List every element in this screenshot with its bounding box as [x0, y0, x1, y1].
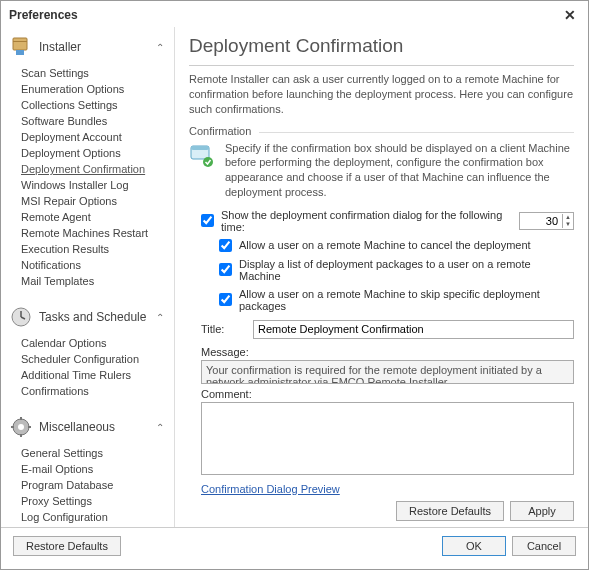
show-dialog-label: Show the deployment confirmation dialog … — [221, 209, 511, 233]
spin-up-icon[interactable]: ▲ — [563, 214, 573, 221]
chevron-up-icon: ⌃ — [156, 312, 164, 323]
sidebar-item[interactable]: Windows Installer Log — [21, 177, 174, 193]
comment-label: Comment: — [201, 388, 574, 400]
section-label: Installer — [39, 40, 156, 54]
sidebar-item[interactable]: Collections Settings — [21, 97, 174, 113]
title-label: Title: — [201, 323, 247, 335]
section-header[interactable]: Tasks and Schedule⌃ — [7, 301, 174, 333]
svg-rect-0 — [13, 38, 27, 50]
display-list-checkbox[interactable] — [219, 263, 232, 276]
group-desc: Specify if the confirmation box should b… — [225, 141, 574, 200]
title-input[interactable] — [253, 320, 574, 339]
window-title: Preferences — [9, 8, 78, 22]
sidebar: Installer⌃Scan SettingsEnumeration Optio… — [1, 27, 175, 527]
sidebar-item[interactable]: Deployment Confirmation — [21, 161, 174, 177]
restore-defaults-button[interactable]: Restore Defaults — [396, 501, 504, 521]
sidebar-item[interactable]: Program Database — [21, 477, 174, 493]
section-label: Tasks and Schedule — [39, 310, 156, 324]
sidebar-item[interactable]: Deployment Account — [21, 129, 174, 145]
comment-textarea[interactable] — [201, 402, 574, 475]
sidebar-item[interactable]: Notifications — [21, 257, 174, 273]
svg-point-7 — [18, 424, 24, 430]
allow-skip-checkbox[interactable] — [219, 293, 232, 306]
sidebar-item[interactable]: Enumeration Options — [21, 81, 174, 97]
close-icon[interactable]: ✕ — [560, 7, 580, 23]
section-header[interactable]: Installer⌃ — [7, 31, 174, 63]
chevron-up-icon: ⌃ — [156, 422, 164, 433]
svg-point-14 — [203, 157, 213, 167]
sidebar-item[interactable]: Software Bundles — [21, 113, 174, 129]
sidebar-item[interactable]: Mail Templates — [21, 273, 174, 289]
section-icon — [9, 35, 33, 59]
section-header[interactable]: Miscellaneous⌃ — [7, 411, 174, 443]
sidebar-item[interactable]: System Tray — [21, 525, 174, 527]
content-pane: Deployment Confirmation Remote Installer… — [175, 27, 588, 527]
sidebar-item[interactable]: Execution Results — [21, 241, 174, 257]
show-dialog-checkbox[interactable] — [201, 214, 214, 227]
page-intro: Remote Installer can ask a user currentl… — [189, 72, 574, 117]
sidebar-item[interactable]: General Settings — [21, 445, 174, 461]
allow-cancel-label: Allow a user on a remote Machine to canc… — [239, 239, 531, 251]
sidebar-item[interactable]: Additional Time Rulers — [21, 367, 174, 383]
ok-button[interactable]: OK — [442, 536, 506, 556]
time-input[interactable] — [520, 215, 562, 227]
allow-skip-label: Allow a user on a remote Machine to skip… — [239, 288, 574, 312]
message-label: Message: — [201, 346, 574, 358]
sidebar-item[interactable]: E-mail Options — [21, 461, 174, 477]
time-spinner[interactable]: ▲▼ — [519, 212, 574, 230]
sidebar-item[interactable]: Remote Agent — [21, 209, 174, 225]
page-title: Deployment Confirmation — [189, 35, 574, 57]
confirmation-icon — [189, 141, 217, 200]
display-list-label: Display a list of deployment packages to… — [239, 258, 574, 282]
svg-rect-2 — [13, 41, 27, 42]
sidebar-item[interactable]: MSI Repair Options — [21, 193, 174, 209]
section-icon — [9, 305, 33, 329]
section-label: Miscellaneous — [39, 420, 156, 434]
cancel-button[interactable]: Cancel — [512, 536, 576, 556]
sidebar-item[interactable]: Scan Settings — [21, 65, 174, 81]
section-icon — [9, 415, 33, 439]
chevron-up-icon: ⌃ — [156, 42, 164, 53]
sidebar-item[interactable]: Remote Machines Restart — [21, 225, 174, 241]
sidebar-item[interactable]: Confirmations — [21, 383, 174, 399]
apply-button[interactable]: Apply — [510, 501, 574, 521]
message-textarea[interactable] — [201, 360, 574, 384]
sidebar-item[interactable]: Scheduler Configuration — [21, 351, 174, 367]
sidebar-item[interactable]: Deployment Options — [21, 145, 174, 161]
preview-link[interactable]: Confirmation Dialog Preview — [201, 483, 574, 495]
svg-rect-1 — [16, 50, 24, 55]
sidebar-item[interactable]: Proxy Settings — [21, 493, 174, 509]
restore-defaults-footer-button[interactable]: Restore Defaults — [13, 536, 121, 556]
sidebar-item[interactable]: Log Configuration — [21, 509, 174, 525]
group-label: Confirmation — [189, 125, 574, 137]
svg-rect-13 — [191, 146, 209, 150]
sidebar-item[interactable]: Calendar Options — [21, 335, 174, 351]
allow-cancel-checkbox[interactable] — [219, 239, 232, 252]
spin-down-icon[interactable]: ▼ — [563, 221, 573, 228]
